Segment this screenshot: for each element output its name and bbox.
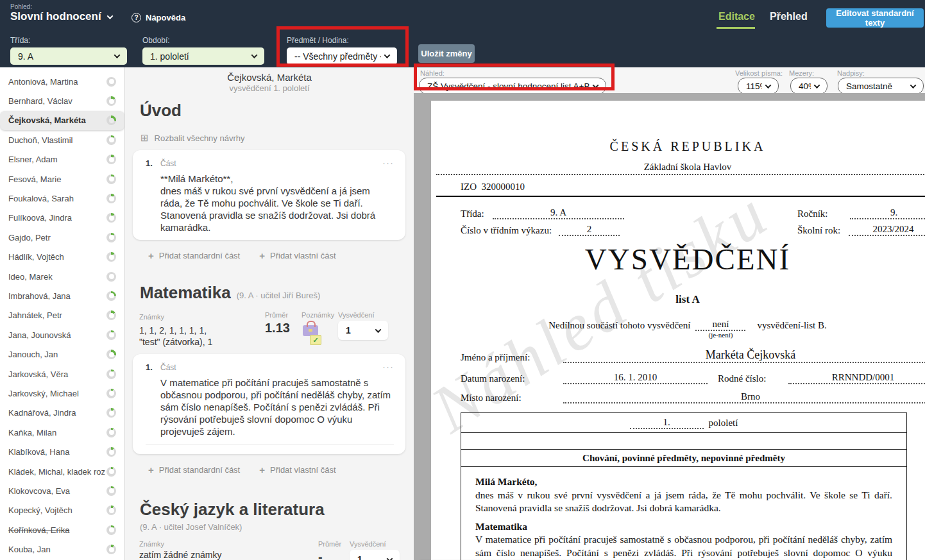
subject-select[interactable]: -- Všechny předměty -- [287,47,397,65]
doc-school-name: Základní škola Havlov [436,162,925,175]
doc-birthplace-label: Místo narození: [461,393,563,403]
student-name: Jarkovský, Michael [8,389,106,398]
tab-editace[interactable]: Editace [718,11,755,22]
doc-name-label: Jméno a příjmení: [461,352,563,363]
report-grade-select[interactable]: 1 [350,550,400,560]
grades-empty-value: zatím žádné známky [139,550,318,560]
class-select[interactable]: 9. A [10,47,127,65]
chevron-down-icon [387,556,393,560]
doc-greeting-heading: Milá Markéto, [475,475,892,489]
editor-student-title: Čejkovská, Markéta [125,72,414,83]
tab-prehled[interactable]: Přehled [770,11,808,22]
student-row[interactable]: Fulíkoová, Jindra [0,208,124,228]
report-grade-select[interactable]: 1 [338,321,388,340]
student-row[interactable]: Kadnářová, Jindra [0,403,124,423]
view-switcher[interactable]: Pohled: Slovní hodnocení [10,3,112,23]
chevron-down-icon [251,52,258,58]
student-name: Čejkovská, Markéta [8,115,106,125]
progress-ring-icon [106,272,116,282]
progress-ring-icon [106,467,116,477]
doc-class-label: Třída: [461,208,493,219]
doc-math-text: V matematice při počítání pracuješ samos… [475,533,892,560]
doc-birthnumber-label: Rodné číslo: [718,373,788,384]
period-select[interactable]: 1. pololetí [142,47,264,65]
part-menu-icon[interactable]: ··· [382,364,394,369]
add-custom-part-button[interactable]: + Přidat vlastní část [259,464,335,475]
spacing-select[interactable]: 40% [790,78,827,94]
student-name: Ideo, Marek [8,272,106,282]
save-changes-button[interactable]: Uložit změny [418,44,475,63]
part-number: 1. [146,158,160,168]
average-label: Průměr [265,311,301,319]
add-custom-part-button[interactable]: + Přidat vlastní část [259,250,335,261]
student-row[interactable]: Antoniová, Martina [0,72,124,91]
average-value: - [318,550,350,560]
grades-label: Známky [139,311,265,323]
student-row[interactable]: Čejkovská, Markéta [0,111,124,130]
add-standard-part-button[interactable]: + Přidat standardní část [148,464,240,475]
expand-all-suggestions-link[interactable]: ⊞ Rozbalit všechny návrhy [140,132,414,144]
part-text-editor[interactable]: **Milá Markéto**, dnes máš v rukou své p… [160,173,394,233]
edit-standard-texts-button[interactable]: Editovat standardní texty [826,8,924,28]
doc-year-label: Ročník: [797,208,850,219]
student-row[interactable]: Kaňka, Milan [0,423,124,442]
doc-birthdate-value: 16. 1. 2010 [563,372,708,384]
doc-izo: IZO 320000010 [461,182,525,192]
doc-part-sentence-2: vysvědčení-list B. [757,320,826,331]
student-row[interactable]: Fesová, Marie [0,169,124,189]
doc-sheet-label: list A [431,293,925,306]
plus-icon: + [259,250,265,261]
notebook-check-icon[interactable]: ✓ [310,335,321,345]
subject-label: Předmět / Hodina: [287,36,397,45]
doc-table-header: Chování, povinné předměty, nepovinné pře… [461,450,906,467]
student-row[interactable]: Kouba, Jan [0,539,124,559]
help-link[interactable]: ? Nápověda [132,13,185,22]
student-row[interactable]: Duchoň, Vlastimil [0,130,124,149]
student-row[interactable]: Bernhard, Václav [0,91,124,110]
student-row[interactable]: Foukalová, Sarah [0,189,124,208]
doc-name-value: Markéta Čejkovská [563,348,925,363]
progress-ring-icon [106,135,116,145]
doc-part-sentence: Nedílnou součástí tohoto vysvědčení [548,320,690,331]
student-row[interactable]: Klabíková, Hana [0,442,124,461]
student-row[interactable]: Ideo, Marek [0,267,124,286]
student-row[interactable]: Kopecký, Vojtěch [0,501,124,520]
preview-template-select[interactable]: ZŠ Vysvědčení - slovní hodnocení list A+… [419,78,606,94]
student-row[interactable]: Kládek, Michal, kladek roz [0,462,124,481]
add-standard-part-button[interactable]: + Přidat standardní část [148,250,240,261]
doc-birthnumber-value: RRNNDD/0001 [788,372,925,384]
headings-select[interactable]: Samostatně [838,78,924,94]
doc-year-value: 9. [850,207,925,219]
student-row[interactable]: Janouch, Jan [0,344,124,364]
student-row[interactable]: Kořínková, Erika [0,520,124,539]
section-heading-uvod: Úvod [140,101,414,121]
student-name: Klabíková, Hana [8,447,106,457]
period-label: Období: [142,36,264,45]
student-row[interactable]: Gajdo, Petr [0,228,124,247]
font-size-select[interactable]: 115% [738,78,779,94]
doc-math-heading: Matematika [475,520,892,534]
progress-ring-icon [106,96,116,106]
editor-panel: Čejkovská, Markéta vysvědčení 1. pololet… [125,67,414,560]
student-row[interactable]: Klokovcova, Eva [0,481,124,500]
student-row[interactable]: Imbrahová, Jana [0,286,124,305]
progress-ring-icon [106,428,116,437]
progress-ring-icon [106,408,116,418]
text-part-card: 1. Část ··· **Milá Markéto**, dnes máš v… [133,150,405,240]
student-row[interactable]: Elsner, Adam [0,150,124,169]
student-row[interactable]: Jarkovský, Michael [0,384,124,403]
student-row[interactable]: Jana, Jounovská [0,325,124,344]
progress-ring-icon [106,525,116,535]
progress-ring-icon [106,505,116,515]
student-row[interactable]: Jahnátek, Petr [0,306,124,325]
part-menu-icon[interactable]: ··· [382,160,394,165]
part-text-editor[interactable]: V matematice při počítání pracuješ samos… [160,377,394,437]
plus-icon: + [259,464,265,475]
student-row[interactable]: Jarkovská, Věra [0,364,124,384]
doc-part-value: není (je-není) [695,319,745,331]
progress-ring-icon [106,389,116,398]
student-row[interactable]: Hádlík, Vojtěch [0,248,124,267]
progress-ring-icon [106,115,116,125]
section-heading-cesky-jazyk: Český jazyk a literatura [140,500,414,520]
doc-title: VYSVĚDČENÍ [431,242,925,276]
